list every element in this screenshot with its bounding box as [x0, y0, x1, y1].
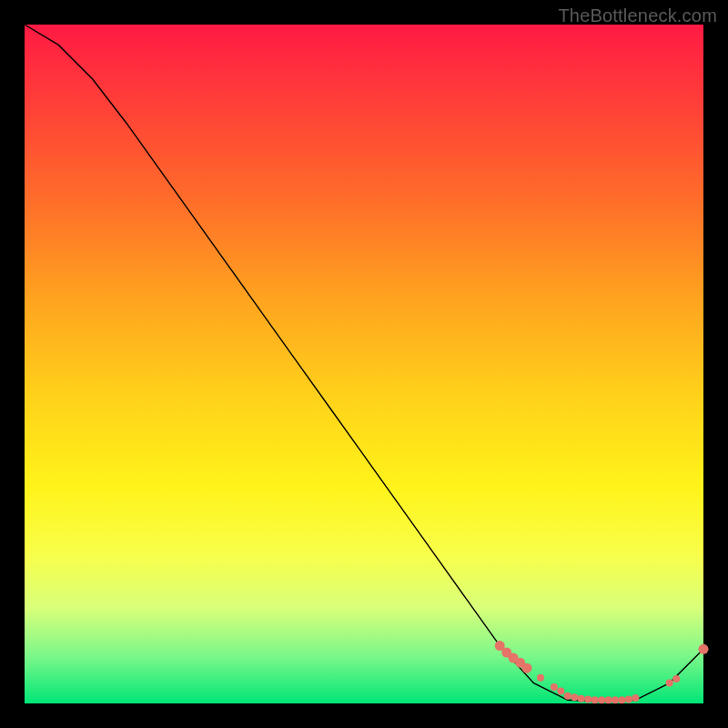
data-point	[612, 696, 619, 703]
chart-svg	[25, 25, 703, 703]
data-point	[598, 696, 605, 703]
data-point	[557, 688, 564, 695]
data-point	[592, 696, 599, 703]
data-points	[495, 641, 709, 703]
watermark-text: TheBottleneck.com	[558, 5, 717, 26]
data-point	[537, 674, 544, 682]
data-point	[625, 696, 632, 703]
bottleneck-curve	[25, 25, 703, 702]
data-point	[666, 680, 673, 687]
data-point	[571, 693, 578, 701]
data-point	[632, 694, 639, 702]
data-point	[564, 693, 571, 700]
data-point	[699, 644, 709, 654]
data-point	[522, 663, 532, 673]
data-point	[605, 696, 612, 703]
data-point	[672, 675, 680, 682]
data-point	[584, 696, 592, 703]
data-point	[619, 696, 626, 703]
data-point	[578, 695, 585, 703]
data-point	[551, 683, 558, 691]
